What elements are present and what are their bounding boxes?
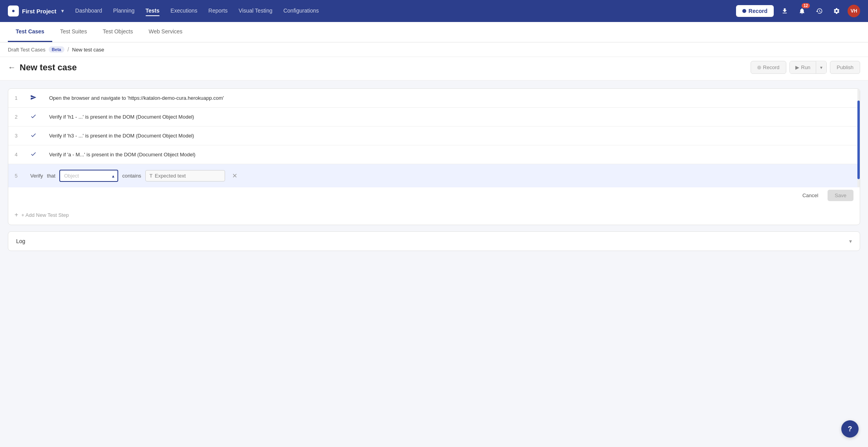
step-number: 5 [8,164,24,188]
run-button[interactable]: ▶ Run [790,61,817,73]
table-row: 2 Verify if 'h1 - ...' is present in the… [8,108,860,126]
step-row-actions: Cancel Save [8,187,860,205]
history-button[interactable] [813,5,826,17]
scrollbar[interactable] [857,89,860,187]
user-avatar[interactable]: VH [848,5,860,17]
table-row: 1 Open the browser and navigate to 'http… [8,89,860,108]
expected-input-wrap: T [145,170,225,181]
log-collapse-icon[interactable]: ▾ [849,238,852,244]
nav-reports[interactable]: Reports [209,6,228,16]
expected-text-input[interactable] [155,173,221,179]
log-card: Log ▾ [8,231,860,251]
beta-badge: Beta [49,46,64,53]
object-select-wrap: Object [59,170,118,182]
step-description: Open the browser and navigate to 'https:… [43,89,860,108]
breadcrumb-current: New test case [72,47,104,53]
tab-test-suites[interactable]: Test Suites [52,22,95,42]
nav-links: Dashboard Planning Tests Executions Repo… [75,6,736,16]
settings-button[interactable] [830,5,843,17]
nav-dashboard[interactable]: Dashboard [75,6,103,16]
tab-test-objects[interactable]: Test Objects [95,22,141,42]
cancel-button[interactable]: Cancel [797,190,824,201]
app-logo[interactable]: First Project ▾ [8,5,64,16]
sub-navigation: Test Cases Test Suites Test Objects Web … [0,22,868,42]
nav-right-actions: Record 12 VH [736,5,860,17]
back-button[interactable]: ← [8,63,16,72]
add-icon: + [15,211,18,218]
main-content: 1 Open the browser and navigate to 'http… [0,81,868,259]
verify-icon [24,108,43,126]
title-wrap: ← New test case [8,62,77,73]
breadcrumb: Draft Test Cases Beta / New test case [0,42,868,57]
step-number: 2 [8,108,24,126]
add-step-label: + Add New Test Step [21,212,69,218]
download-button[interactable] [778,5,791,17]
header-actions: Record ▶ Run ▾ Publish [751,61,860,74]
record-button[interactable]: Record [736,5,774,17]
play-icon: ▶ [795,64,799,70]
svg-point-0 [12,10,15,12]
verify-icon [24,145,43,164]
steps-table: 1 Open the browser and navigate to 'http… [8,89,860,187]
notifications-button[interactable]: 12 [796,5,808,17]
top-navigation: First Project ▾ Dashboard Planning Tests… [0,0,868,22]
step-5-content: Verify that Object contains T [30,170,853,182]
project-name: First Project [22,8,57,15]
project-chevron-icon: ▾ [61,8,64,14]
notification-count: 12 [802,3,810,8]
scrollbar-thumb [857,101,860,179]
step-number: 1 [8,89,24,108]
add-step-row[interactable]: + + Add New Test Step [8,205,860,225]
header-record-button[interactable]: Record [751,61,786,74]
log-title: Log [16,238,25,244]
step-number: 4 [8,145,24,164]
run-dropdown-button[interactable]: ▾ [816,62,826,73]
that-label: that [47,173,56,179]
nav-tests[interactable]: Tests [146,6,160,16]
record-circle-icon [757,66,761,70]
table-row: 3 Verify if 'h3 - ...' is present in the… [8,126,860,145]
page-header: ← New test case Record ▶ Run ▾ Publish [0,57,868,81]
nav-planning[interactable]: Planning [113,6,135,16]
nav-configurations[interactable]: Configurations [283,6,319,16]
record-dot-icon [742,9,746,13]
step-description: Verify if 'a - M...' is present in the D… [43,145,860,164]
nav-visual-testing[interactable]: Visual Testing [239,6,273,16]
table-row: 4 Verify if 'a - M...' is present in the… [8,145,860,164]
verify-icon [24,126,43,145]
run-split-button: ▶ Run ▾ [789,61,827,74]
test-steps-card: 1 Open the browser and navigate to 'http… [8,88,860,225]
save-button[interactable]: Save [828,190,853,201]
tab-test-cases[interactable]: Test Cases [8,22,52,42]
step-edit-area: Verify that Object contains T [24,164,860,188]
breadcrumb-separator: / [68,46,69,53]
tab-web-services[interactable]: Web Services [141,22,190,42]
publish-button[interactable]: Publish [830,61,860,74]
text-type-icon: T [150,173,152,179]
logo-icon [8,5,19,16]
breadcrumb-parent[interactable]: Draft Test Cases [8,47,46,53]
navigate-icon [24,89,43,108]
page-title: New test case [20,62,77,73]
step-description: Verify if 'h1 - ...' is present in the D… [43,108,860,126]
verify-label: Verify [30,173,43,179]
step-description: Verify if 'h3 - ...' is present in the D… [43,126,860,145]
close-step-button[interactable]: ✕ [232,172,237,180]
contains-label: contains [122,173,141,179]
object-select[interactable]: Object [59,170,118,182]
table-row-active: 5 Verify that Object contains [8,164,860,188]
step-number: 3 [8,126,24,145]
nav-executions[interactable]: Executions [170,6,197,16]
